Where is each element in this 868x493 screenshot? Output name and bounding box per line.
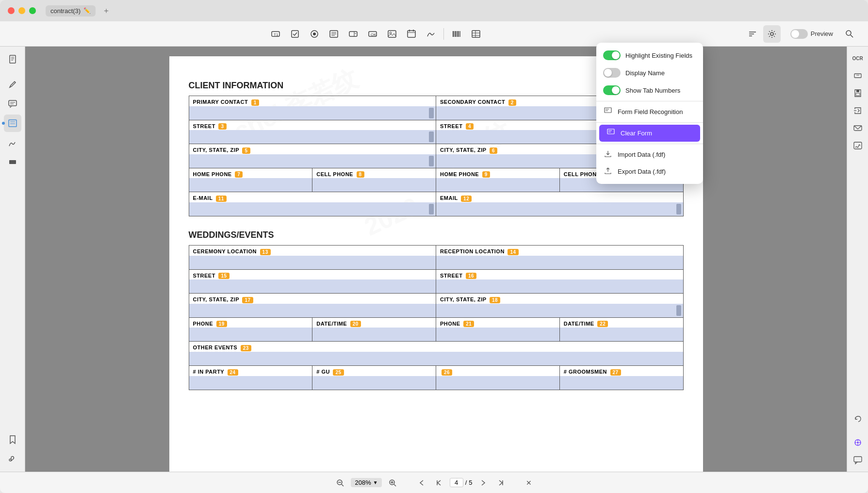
field-26[interactable]: [436, 376, 559, 390]
toggle-display-name[interactable]: [603, 68, 621, 78]
rsb-btn-save[interactable]: [850, 85, 866, 101]
minimize-button[interactable]: [18, 7, 25, 14]
radio-button[interactable]: [306, 25, 323, 43]
menu-item-export-data[interactable]: Export Data (.fdf): [596, 163, 703, 180]
field-street-15[interactable]: [189, 279, 436, 293]
svg-rect-58: [854, 142, 862, 149]
maximize-button[interactable]: [29, 7, 36, 14]
field-in-party-24[interactable]: [189, 376, 312, 390]
section-title-weddings: WEDDINGS/EVENTS: [189, 230, 684, 240]
handle-12: [676, 204, 681, 214]
first-page-button[interactable]: [415, 476, 428, 490]
rsb-btn-ocr[interactable]: OCR: [850, 50, 866, 66]
svg-rect-25: [460, 31, 460, 37]
settings-button[interactable]: [763, 25, 781, 43]
prev-page-button[interactable]: [432, 476, 446, 490]
field-ceremony-13[interactable]: [189, 256, 436, 269]
menu-label-highlight-fields: Highlight Existing Fields: [625, 52, 696, 59]
svg-point-4: [313, 33, 316, 35]
rsb-btn-sign[interactable]: [850, 138, 866, 153]
text-field-button[interactable]: T1: [267, 25, 284, 43]
field-other-events-23[interactable]: [189, 352, 683, 365]
label-phone-19: PHONE 19: [189, 318, 312, 328]
toggle-show-tab-numbers[interactable]: [603, 85, 621, 95]
image-button[interactable]: [383, 25, 401, 43]
rsb-btn-share[interactable]: [850, 103, 866, 118]
dropdown-button[interactable]: [344, 25, 362, 43]
field-datetime-20[interactable]: [312, 328, 436, 341]
svg-rect-36: [10, 55, 16, 63]
sidebar-btn-attach[interactable]: [4, 450, 21, 468]
sidebar-btn-redact[interactable]: [4, 153, 21, 171]
sidebar-btn-pages[interactable]: [4, 50, 21, 68]
zoom-display[interactable]: 208% ▼: [351, 478, 381, 487]
field-gu-25[interactable]: [312, 376, 436, 390]
rsb-btn-chat[interactable]: [850, 452, 866, 468]
preview-toggle[interactable]: Preview: [790, 29, 833, 39]
sort-button[interactable]: [744, 25, 761, 43]
menu-item-highlight-fields[interactable]: Highlight Existing Fields: [596, 47, 703, 64]
barcode-button[interactable]: [448, 25, 465, 43]
list-button[interactable]: [325, 25, 343, 43]
svg-rect-19: [453, 31, 454, 37]
field-home-phone-7[interactable]: [189, 178, 312, 192]
num-23: 23: [241, 345, 251, 351]
field-email-12[interactable]: [436, 202, 683, 216]
field-city-17[interactable]: [189, 304, 436, 317]
sidebar-btn-comments[interactable]: [4, 95, 21, 113]
menu-item-import-data[interactable]: Import Data (.fdf): [596, 146, 703, 163]
zoom-out-button[interactable]: [333, 476, 347, 490]
field-primary-contact[interactable]: [189, 106, 436, 120]
sidebar-btn-sign[interactable]: [4, 134, 21, 151]
label-street-3: STREET 3: [189, 120, 436, 131]
last-page-button[interactable]: [494, 476, 508, 490]
sidebar-btn-forms[interactable]: [4, 115, 21, 132]
field-cell-phone-8[interactable]: [312, 178, 436, 192]
field-street-16[interactable]: [436, 279, 683, 293]
field-email-11[interactable]: [189, 202, 436, 216]
signature-button[interactable]: [422, 25, 440, 43]
num-18: 18: [490, 297, 500, 303]
next-page-button[interactable]: [476, 476, 490, 490]
add-tab-button[interactable]: ＋: [101, 6, 111, 16]
num-26: 26: [442, 369, 452, 376]
field-groomsmen-27[interactable]: [560, 376, 683, 390]
menu-item-show-tab-numbers[interactable]: Show Tab Numbers: [596, 82, 703, 99]
sidebar-btn-bookmark[interactable]: [4, 431, 21, 448]
close-button[interactable]: [8, 7, 15, 14]
rsb-btn-undo[interactable]: [850, 411, 866, 427]
field-street-3[interactable]: [189, 130, 436, 144]
rsb-btn-email[interactable]: [850, 120, 866, 136]
rsb-btn-redact[interactable]: [850, 68, 866, 83]
field-city-5[interactable]: [189, 154, 436, 168]
toggle-highlight-fields[interactable]: [603, 50, 621, 60]
rsb-btn-integrations[interactable]: [850, 435, 866, 450]
ok-button[interactable]: OK: [364, 25, 381, 43]
svg-rect-50: [607, 129, 614, 134]
menu-label-import-data: Import Data (.fdf): [618, 151, 696, 158]
doc-scroll[interactable]: Rachel 李若纹 2020 李若纹 CLIENT INFORMATION P…: [25, 47, 847, 472]
tab-title[interactable]: contract(3) ✏️: [46, 5, 96, 16]
sidebar-btn-annotate[interactable]: [4, 76, 21, 93]
svg-text:OK: OK: [371, 33, 377, 37]
search-button[interactable]: [841, 25, 858, 43]
page-input[interactable]: [450, 478, 463, 487]
date-button[interactable]: [403, 25, 420, 43]
close-bottom-button[interactable]: ✕: [523, 477, 535, 489]
field-reception-14[interactable]: [436, 256, 683, 269]
field-city-18[interactable]: [436, 304, 683, 317]
menu-item-display-name[interactable]: Display Name: [596, 64, 703, 82]
edit-icon[interactable]: ✏️: [83, 7, 91, 14]
svg-rect-55: [856, 90, 859, 92]
field-datetime-22[interactable]: [560, 328, 683, 341]
label-email-12: EMAIL 12: [436, 192, 683, 202]
table-button[interactable]: [467, 25, 485, 43]
zoom-in-button[interactable]: [386, 476, 399, 490]
checkbox-button[interactable]: [286, 25, 304, 43]
svg-point-34: [846, 31, 851, 35]
field-phone-21[interactable]: [436, 328, 559, 341]
field-home-phone-9[interactable]: [436, 178, 559, 192]
field-phone-19[interactable]: [189, 328, 312, 341]
menu-item-clear-form[interactable]: Clear Form: [599, 125, 700, 142]
menu-item-form-field-recognition[interactable]: Form Field Recognition: [596, 103, 703, 120]
